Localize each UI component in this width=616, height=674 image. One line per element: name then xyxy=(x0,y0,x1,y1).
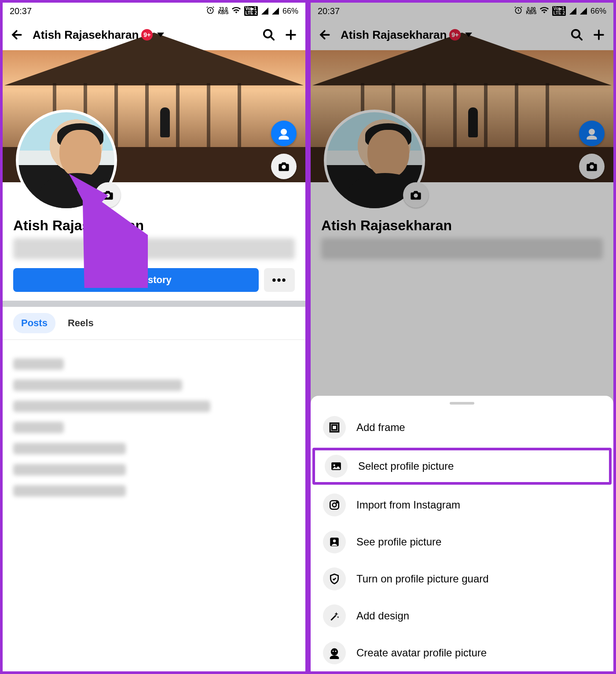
add-to-story-label: Add to story xyxy=(114,274,172,286)
sheet-import-instagram[interactable]: Import from Instagram xyxy=(311,486,613,523)
avatar-head-icon xyxy=(323,641,346,664)
redacted-line xyxy=(13,379,182,391)
sheet-item-label: Turn on profile picture guard xyxy=(356,573,489,585)
back-button[interactable] xyxy=(319,28,332,41)
svg-point-19 xyxy=(333,503,337,507)
sheet-item-label: Add design xyxy=(356,610,409,622)
section-separator xyxy=(3,301,305,307)
frame-icon xyxy=(323,416,346,439)
svg-point-13 xyxy=(414,194,418,198)
sheet-see-profile-picture[interactable]: See profile picture xyxy=(311,523,613,560)
sheet-item-label: Create avatar profile picture xyxy=(356,647,487,659)
instagram-icon xyxy=(323,494,346,516)
sheet-item-label: See profile picture xyxy=(356,536,441,548)
profile-header: Atish Rajasekharan 9+ xyxy=(3,19,305,50)
redacted-line xyxy=(13,443,126,454)
tab-posts[interactable]: Posts xyxy=(13,313,55,333)
edit-cover-button[interactable] xyxy=(271,154,297,179)
profile-header: Atish Rajasekharan 9+ xyxy=(311,19,613,50)
sheet-add-frame[interactable]: Add frame xyxy=(311,409,613,446)
profile-bio-redacted xyxy=(321,238,603,259)
tab-reels[interactable]: Reels xyxy=(60,313,102,333)
signal-icon-2 xyxy=(580,7,587,15)
svg-point-20 xyxy=(337,502,338,503)
wifi-icon xyxy=(232,7,241,15)
sheet-select-profile-picture[interactable]: Select profile picture xyxy=(312,448,612,485)
sheet-create-avatar[interactable]: Create avatar profile picture xyxy=(311,634,613,671)
alarm-icon xyxy=(514,6,523,16)
person-square-icon xyxy=(323,530,346,553)
chevron-down-icon xyxy=(157,33,164,37)
data-speed: 23,0KB/S xyxy=(218,7,229,15)
battery-level: 66% xyxy=(282,7,298,16)
back-button[interactable] xyxy=(11,28,24,41)
edit-profile-picture-button[interactable] xyxy=(403,182,429,208)
sheet-item-label: Add frame xyxy=(356,421,405,434)
signal-icon-1 xyxy=(569,7,576,15)
notification-badge: 9+ xyxy=(449,29,461,41)
sheet-add-design[interactable]: Add design xyxy=(311,597,613,634)
profile-bio-redacted xyxy=(13,238,295,259)
add-to-story-button[interactable]: Add to story xyxy=(13,268,259,292)
status-right: 23,0KB/S Vo▶1LTE 2 66% xyxy=(206,6,298,16)
svg-point-3 xyxy=(279,136,289,140)
search-button[interactable] xyxy=(570,28,583,41)
svg-point-25 xyxy=(333,651,334,652)
chevron-down-icon xyxy=(465,33,472,37)
status-right: 0,00KB/S Vo▶1LTE 2 66% xyxy=(514,6,606,16)
profile-picture-sheet: Add frame Select profile picture Import … xyxy=(311,396,613,671)
sheet-handle[interactable] xyxy=(450,402,474,405)
svg-point-2 xyxy=(281,129,287,135)
screenshot-right: 20:37 0,00KB/S Vo▶1LTE 2 66% Atish Rajas… xyxy=(308,0,616,674)
svg-rect-15 xyxy=(332,425,337,430)
svg-point-23 xyxy=(331,648,338,656)
profile-name: Atish Rajasekharan xyxy=(3,213,305,236)
status-time: 20:37 xyxy=(10,6,32,16)
svg-point-10 xyxy=(589,129,595,135)
redacted-line xyxy=(13,485,126,497)
avatar-creator-button[interactable] xyxy=(579,121,605,146)
svg-point-11 xyxy=(587,136,597,140)
avatar-creator-button[interactable] xyxy=(271,121,297,146)
redacted-line xyxy=(13,422,64,433)
edit-cover-button[interactable] xyxy=(579,154,605,179)
profile-tabs: Posts Reels xyxy=(3,307,305,340)
signal-icon-1 xyxy=(261,7,268,15)
svg-point-17 xyxy=(334,464,335,466)
create-button[interactable] xyxy=(284,28,297,41)
more-options-button[interactable]: ••• xyxy=(264,268,295,292)
more-label: ••• xyxy=(272,273,286,287)
profile-switcher[interactable]: Atish Rajasekharan 9+ xyxy=(341,28,561,42)
profile-actions: Add to story ••• xyxy=(3,268,305,301)
svg-point-26 xyxy=(335,651,337,652)
search-button[interactable] xyxy=(262,28,275,41)
create-button[interactable] xyxy=(592,28,605,41)
sheet-item-label: Select profile picture xyxy=(358,460,454,472)
redacted-line xyxy=(13,464,126,475)
sheet-item-label: Import from Instagram xyxy=(356,499,460,511)
svg-point-24 xyxy=(330,656,339,659)
sheet-profile-guard[interactable]: Turn on profile picture guard xyxy=(311,560,613,597)
redacted-line xyxy=(13,401,210,412)
svg-point-22 xyxy=(333,540,336,543)
status-bar: 20:37 0,00KB/S Vo▶1LTE 2 66% xyxy=(311,3,613,19)
status-time: 20:37 xyxy=(318,6,340,16)
lte-badge: Vo▶1LTE 2 xyxy=(244,6,257,16)
wifi-icon xyxy=(540,7,549,15)
signal-icon-2 xyxy=(272,7,279,15)
header-title: Atish Rajasekharan xyxy=(341,28,447,42)
data-speed: 0,00KB/S xyxy=(526,7,537,15)
alarm-icon xyxy=(206,6,215,16)
lte-badge: Vo▶1LTE 2 xyxy=(552,6,565,16)
profile-name: Atish Rajasekharan xyxy=(311,213,613,236)
details-section-redacted xyxy=(3,340,305,515)
shield-icon xyxy=(323,567,346,590)
screenshot-left: 20:37 23,0KB/S Vo▶1LTE 2 66% Atish Rajas… xyxy=(0,0,308,674)
magic-wand-icon xyxy=(323,604,346,627)
profile-switcher[interactable]: Atish Rajasekharan 9+ xyxy=(33,28,253,42)
profile-body: Atish Rajasekharan xyxy=(311,182,613,259)
edit-profile-picture-button[interactable] xyxy=(95,182,121,208)
notification-badge: 9+ xyxy=(141,29,153,41)
svg-point-5 xyxy=(106,194,110,198)
redacted-line xyxy=(13,358,64,370)
